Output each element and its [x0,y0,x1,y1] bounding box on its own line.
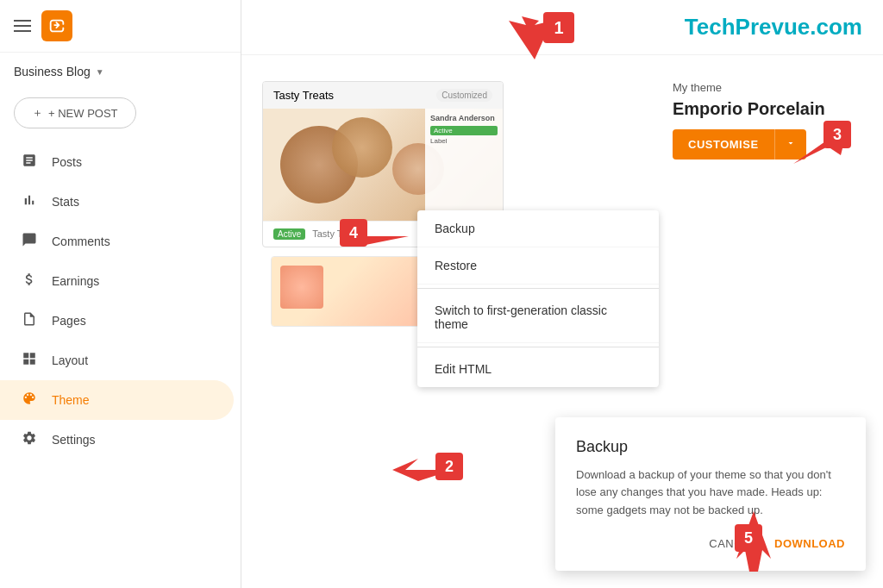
backup-dialog-actions: CANCEL DOWNLOAD [576,537,845,550]
sidebar-item-settings[interactable]: Settings [0,420,234,460]
cookie-decoration-2 [332,117,392,178]
download-button[interactable]: DOWNLOAD [774,537,845,550]
sidebar-header [0,0,241,53]
customise-button[interactable]: CUSTOMISE [673,129,774,160]
backup-dialog-title: Backup [576,438,845,456]
theme-preview-image: Sandra Anderson Active Label [263,109,503,221]
my-theme-section: My theme Emporio Porcelain CUSTOMISE 3 [673,81,862,327]
earnings-label: Earnings [52,274,99,288]
annotation-1-area: 1 [492,12,578,67]
annotation-2-area: 2 [388,448,457,495]
stats-icon [21,192,38,211]
blog-name-row[interactable]: Business Blog ▼ [0,53,241,91]
theme-icon [21,391,38,410]
sidebar-item-pages[interactable]: Pages [0,301,234,341]
comments-label: Comments [52,235,110,248]
site-brand: TechPrevue.com [685,14,862,41]
preview-2-accent [280,266,323,309]
nav-items: Posts Stats Comments Earnings [0,142,241,588]
posts-label: Posts [52,155,82,169]
sidebar-item-comments[interactable]: Comments [0,222,234,261]
dropdown-menu: Backup Restore Switch to first-generatio… [417,210,659,387]
dropdown-item-switch[interactable]: Switch to first-generation classic theme [417,292,659,343]
theme-preview-area: Tasty Treats Customized Sandra Anderson … [262,81,647,327]
annotation-2-badge: 2 [435,453,463,480]
theme-card-title: Tasty Treats [273,89,334,102]
dropdown-item-backup[interactable]: Backup [417,210,659,247]
settings-icon [21,430,38,449]
my-theme-label: My theme [673,81,862,94]
comments-icon [21,232,38,251]
main-content: TechPrevue.com 1 Tasty Treats Customized [241,0,883,588]
layout-label: Layout [52,353,88,367]
layout-icon [21,351,38,370]
theme-label: Theme [52,393,90,407]
annotation-3-badge: 3 [824,121,851,148]
stats-label: Stats [52,195,79,209]
pages-label: Pages [52,314,86,328]
pages-icon [21,311,38,330]
settings-label: Settings [52,433,96,447]
dropdown-separator-2 [417,347,659,347]
annotation-5-area: 5 [728,507,780,579]
new-post-label: + NEW POST [48,107,118,120]
annotation-4-area: 4 [340,215,417,261]
hamburger-menu-icon[interactable] [14,20,31,32]
backup-dialog: Backup Download a backup of your theme s… [555,417,866,571]
dropdown-separator [417,288,659,289]
sidebar-item-layout[interactable]: Layout [0,341,234,380]
sidebar-item-stats[interactable]: Stats [0,182,234,222]
sidebar-item-posts[interactable]: Posts [0,142,234,182]
annotation-5-badge: 5 [735,524,762,552]
sidebar-item-theme[interactable]: Theme [0,380,234,420]
earnings-icon [21,272,38,291]
preview-label: Label [430,137,498,145]
annotation-4-badge: 4 [340,219,367,247]
blog-dropdown-arrow: ▼ [96,67,104,77]
theme-content: Tasty Treats Customized Sandra Anderson … [241,64,883,344]
preview-author: Sandra Anderson [430,114,498,122]
dropdown-item-restore[interactable]: Restore [417,247,659,285]
blogger-logo [41,10,72,41]
dropdown-item-edit-html[interactable]: Edit HTML [417,351,659,387]
my-theme-name: Emporio Porcelain [673,99,862,119]
annotation-1-badge: 1 [543,12,574,43]
backup-dialog-text: Download a backup of your theme so that … [576,466,845,520]
preview-active: Active [430,126,498,135]
theme-card-badge: Customized [436,89,492,102]
theme-card-header: Tasty Treats Customized [263,82,503,109]
blogger-icon [47,16,66,35]
new-post-button[interactable]: ＋ + NEW POST [14,97,136,128]
sidebar-item-earnings[interactable]: Earnings [0,261,234,301]
sidebar: Business Blog ▼ ＋ + NEW POST Posts Stats… [0,0,241,588]
posts-icon [21,153,38,172]
blog-name: Business Blog [14,65,91,78]
new-post-plus: ＋ [32,105,43,121]
meta-active-badge: Active [273,228,305,240]
